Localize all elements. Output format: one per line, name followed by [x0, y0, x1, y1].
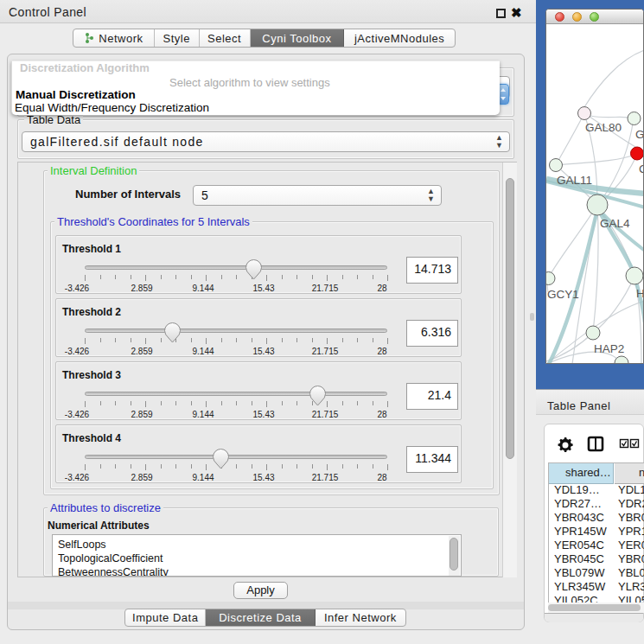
svg-text:GAL11: GAL11 — [557, 174, 592, 187]
svg-text:GAL80: GAL80 — [585, 121, 622, 134]
svg-text:C: C — [639, 163, 644, 175]
svg-text:H: H — [636, 287, 644, 300]
svg-text:HAP2: HAP2 — [594, 342, 624, 355]
svg-text:GCY1: GCY1 — [547, 288, 579, 301]
svg-text:GAL4: GAL4 — [600, 217, 630, 230]
svg-text:GA: GA — [635, 128, 644, 141]
